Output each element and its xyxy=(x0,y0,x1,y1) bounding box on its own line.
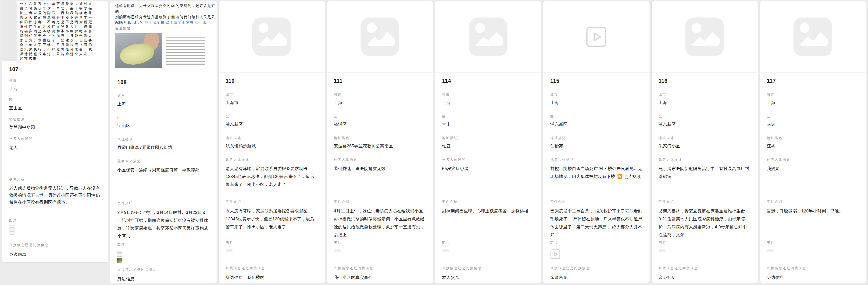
mini-text-thumb[interactable] xyxy=(117,251,122,257)
field-city: 城市 上海 xyxy=(659,93,751,106)
field-city-value: 上海 xyxy=(550,100,642,106)
field-image-label: 图片 xyxy=(9,218,101,222)
field-address: 地址描述 铂庭 xyxy=(442,136,534,149)
field-event: 事件介绍 老人患有哮喘，家属联系居委报备要求就医，12345也表示尽快，但是12… xyxy=(226,200,318,239)
deceased-text: 小区保安，连续两周高强度值班，导致猝死 xyxy=(117,168,199,172)
tweet-mentions[interactable]: @上海发布 @上海宝山发布 ◎上海 xyxy=(145,21,207,25)
field-direct-value: 身边信息 xyxy=(9,251,101,258)
incident-card[interactable]: 分左右联系上中华西居委会，通过微信语音确认了这一事实。由于需要保护患者家属的隐私… xyxy=(2,1,108,262)
empty-attachment-pill[interactable] xyxy=(659,249,666,252)
field-district-value: 杨浦区 xyxy=(334,121,426,128)
card-media[interactable] xyxy=(652,1,758,73)
field-deceased-label: 死者大体描述 xyxy=(767,158,859,162)
image-thumb-row xyxy=(226,249,318,266)
mini-photo-thumb[interactable] xyxy=(117,258,122,263)
field-city-label: 城市 xyxy=(226,93,318,97)
empty-attachment-pill[interactable] xyxy=(442,249,449,252)
field-city: 城市 上海 xyxy=(334,93,426,106)
field-event-value: 4月11日上午，这位消毒防疫人员在给我们小区封控楼做消杀的时候突然晕倒，小区里有… xyxy=(334,207,426,239)
card-media[interactable]: 分左右联系上中华西居委会，通过微信语音确认了这一事实。由于需要保护患者家属的隐私… xyxy=(2,1,108,61)
field-city-value: 上海 xyxy=(442,100,534,106)
tweet-text: 运输有时间，为什么跟居委会的60的菜能到，还好多是烂的 别的区都已经分发过几批物… xyxy=(115,3,216,26)
field-direct-value: 身边信息，我们楼的 xyxy=(226,275,318,281)
field-district: 区 宝山区 xyxy=(117,116,209,129)
field-city-label: 城市 xyxy=(9,79,101,83)
field-city: 城市 上海市 xyxy=(226,93,318,106)
card-body: 114 城市 上海 区 宝山 地址描述 铂庭 死者大体描述 65岁癌症患者 事件… xyxy=(435,78,541,281)
field-event-value: 3月9日起开始封控，3月14日解封。3月23日又一轮封控开始，期间这位保安始终没… xyxy=(117,209,209,241)
field-address-label: 地址描述 xyxy=(117,137,209,142)
field-direct: 直接信息还是间接信息 身边信息 xyxy=(117,268,209,282)
field-city-label: 城市 xyxy=(117,94,209,98)
incident-card[interactable]: 117 城市 上海 区 嘉定 地址描述 江桥 死者大体描述 我奶奶 事件介绍 昏… xyxy=(760,1,866,283)
field-direct-label: 直接信息还是间接信息 xyxy=(9,243,101,247)
image-thumb-row xyxy=(550,249,642,266)
field-address-value: 航头镇鹤沙航城 xyxy=(226,143,318,149)
field-district: 区 浦东新区 xyxy=(550,114,642,128)
empty-attachment-pill[interactable] xyxy=(226,249,233,252)
field-district: 区 嘉定 xyxy=(767,114,859,128)
field-deceased-value: 老人患有哮喘，家属联系居委报备要求就医，12345也表示尽快，但是120依然来不… xyxy=(226,165,318,200)
view-translation-link[interactable]: 查看翻译 xyxy=(115,27,213,31)
card-number: 108 xyxy=(117,79,209,85)
field-image: 图片 xyxy=(117,242,209,268)
field-address-label: 地址描述 xyxy=(9,117,101,121)
empty-attachment-pill[interactable] xyxy=(767,249,774,252)
field-deceased: 死者大体描述 小区保安，连续两周高强度值班，导致猝死 xyxy=(117,159,209,201)
field-event-value: 老人患有哮喘，家属联系居委报备要求就医，12345也表示尽快，但是120依然来不… xyxy=(226,207,318,239)
tweet-image-row xyxy=(115,33,213,68)
field-address-value: 丹霞山路257弄馨佳园八街坊 xyxy=(117,144,209,151)
card-media[interactable] xyxy=(327,1,433,73)
field-event-label: 事件介绍 xyxy=(9,177,101,181)
card-body: 108 城市 上海 区 宝山区 地址描述 丹霞山路257弄馨佳园八街坊 死者大体… xyxy=(110,79,216,282)
field-city-value: 上海 xyxy=(117,101,209,107)
incident-card[interactable]: 114 城市 上海 区 宝山 地址描述 铂庭 死者大体描述 65岁癌症患者 事件… xyxy=(435,1,541,283)
field-district-label: 区 xyxy=(226,114,318,118)
field-event-value: 父亲周嘉祖，肾衰且瘫痪在床靠血透维持生命，3.21住进第七人民医院肾病科治疗，由… xyxy=(659,207,751,239)
cards-row: 分左右联系上中华西居委会，通过微信语音确认了这一事实。由于需要保护患者家属的隐私… xyxy=(0,0,868,284)
image-placeholder-icon xyxy=(685,17,724,56)
field-direct-value: 亲身经历 xyxy=(659,275,751,281)
incident-card[interactable]: 111 城市 上海 区 杨浦区 地址描述 安波路265弄兰花教师公寓南区 死者大… xyxy=(327,1,433,283)
field-image-label: 图片 xyxy=(226,241,318,245)
rotten-cabbage-photo[interactable] xyxy=(115,33,162,68)
field-deceased-label: 死者大体描述 xyxy=(550,158,642,162)
field-direct: 直接信息还是间接信息 本人父亲 xyxy=(442,266,534,281)
field-city: 城市 上海 xyxy=(550,93,642,106)
incident-card[interactable]: 116 城市 上海 区 浦东新区 地址描述 朱家门小区 死者大体描述 死于浦东医… xyxy=(651,1,758,283)
incident-card[interactable]: 110 城市 上海市 区 浦东新区 地址描述 航头镇鹤沙航城 死者大体描述 老人… xyxy=(218,1,325,283)
image-placeholder-icon xyxy=(252,17,291,56)
field-city-label: 城市 xyxy=(334,93,426,97)
empty-attachment-pill[interactable] xyxy=(334,249,341,252)
field-address: 地址描述 江桥 xyxy=(767,136,859,149)
mini-video-thumb[interactable] xyxy=(550,249,560,259)
field-deceased-label: 死者大体描述 xyxy=(659,158,751,162)
card-media[interactable]: 运输有时间，为什么跟居委会的60的菜能到，还好多是烂的 别的区都已经分发过几批物… xyxy=(110,1,216,74)
two-image-thumbs[interactable] xyxy=(117,251,209,263)
mini-screenshot-thumb[interactable] xyxy=(9,225,15,235)
card-media[interactable] xyxy=(760,1,866,73)
field-deceased-value: 晕倒昏迷，送医院抢救无效 xyxy=(334,165,426,200)
card-body: 117 城市 上海 区 嘉定 地址描述 江桥 死者大体描述 我奶奶 事件介绍 昏… xyxy=(760,78,866,281)
field-city: 城市 上海 xyxy=(9,79,101,92)
field-direct-value: 身边信息 xyxy=(117,276,209,282)
incident-card[interactable]: 115 城市 上海 区 浦东新区 地址描述 仁怡苑 死者大体描述 封控，跳楼自杀… xyxy=(543,1,650,283)
card-media[interactable] xyxy=(219,1,325,73)
card-number: 111 xyxy=(334,78,426,84)
field-event-label: 事件介绍 xyxy=(767,200,859,204)
field-city-label: 城市 xyxy=(767,93,859,97)
image-thumb-row xyxy=(117,251,209,268)
image-thumb-row xyxy=(767,249,859,266)
card-media[interactable] xyxy=(435,1,541,73)
dense-text-thumbnail[interactable] xyxy=(163,33,208,68)
field-image: 图片 xyxy=(767,241,859,266)
field-deceased-value: 小区保安，连续两周高强度值班，导致猝死 xyxy=(117,166,209,201)
text-screenshot-thumbnail: 分左右联系上中华西居委会，通过微信语音确认了这一事实。由于需要保护患者家属的隐私… xyxy=(2,1,93,61)
field-direct: 直接信息还是间接信息 身边信息，我们楼的 xyxy=(226,266,318,281)
incident-card[interactable]: 运输有时间，为什么跟居委会的60的菜能到，还好多是烂的 别的区都已经分发过几批物… xyxy=(110,1,217,283)
field-district-value: 宝山区 xyxy=(9,105,101,111)
field-deceased-label: 死者大体描述 xyxy=(9,137,101,141)
card-media[interactable] xyxy=(543,1,649,73)
deceased-text: 我奶奶 xyxy=(767,166,780,171)
field-deceased: 死者大体描述 我奶奶 xyxy=(767,158,859,200)
